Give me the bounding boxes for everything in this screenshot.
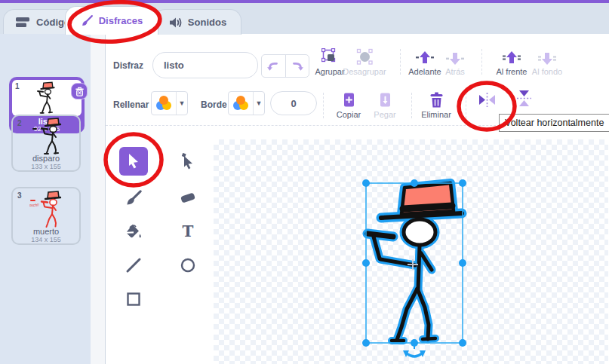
backward-arrow-icon bbox=[446, 50, 464, 66]
brush-icon bbox=[125, 189, 143, 206]
drawing-canvas[interactable] bbox=[214, 139, 608, 364]
costume-list-scrollbar[interactable] bbox=[91, 34, 106, 364]
ungroup-button[interactable]: Desagrupar bbox=[342, 47, 387, 76]
tab-sonidos[interactable]: Sonidos bbox=[154, 9, 241, 35]
line-icon bbox=[125, 257, 142, 274]
toolbar-divider bbox=[411, 93, 412, 118]
tab-disfraces[interactable]: Disfraces bbox=[65, 6, 158, 35]
outline-color-picker[interactable]: ▼ bbox=[228, 91, 265, 115]
costume-name: disparo bbox=[13, 154, 79, 163]
scratch-costume-editor: Código Disfraces Sonidos 1 bbox=[0, 0, 609, 364]
outline-label: Borde bbox=[201, 99, 227, 110]
color-circles-icon bbox=[155, 94, 173, 112]
eraser-icon bbox=[179, 190, 197, 205]
trash-x-icon bbox=[75, 87, 85, 96]
ungroup-label: Desagrupar bbox=[342, 67, 387, 76]
to-back-label: Al fondo bbox=[524, 67, 570, 76]
rectangle-icon bbox=[125, 291, 142, 307]
undo-icon bbox=[266, 60, 280, 72]
copy-icon bbox=[342, 92, 356, 109]
fill-label: Rellenar bbox=[113, 99, 149, 110]
paste-button[interactable]: Pegar bbox=[362, 90, 408, 119]
outline-color-swatch bbox=[229, 92, 254, 115]
rotation-handle[interactable] bbox=[403, 343, 426, 357]
undo-redo-group bbox=[261, 54, 309, 78]
toolbar-divider bbox=[481, 49, 482, 75]
delete-button[interactable]: Eliminar bbox=[414, 90, 459, 119]
circle-icon bbox=[180, 257, 196, 274]
backward-button[interactable]: Atrás bbox=[432, 47, 478, 76]
thumb-ouch-text: ouch!! bbox=[29, 203, 39, 207]
svg-text:T: T bbox=[183, 223, 194, 240]
flip-horizontal-button[interactable] bbox=[466, 90, 507, 109]
canvas-content bbox=[214, 139, 608, 364]
costume-item-disparo[interactable]: 2 disparo 133 bbox=[11, 115, 81, 172]
tooltip-text: Voltear horizontalmente bbox=[505, 118, 604, 128]
costume-name-label: Disfraz bbox=[113, 60, 143, 71]
text-icon: T bbox=[180, 223, 196, 240]
stickman-thumbnail-muerto: ouch!! bbox=[29, 191, 69, 228]
delete-label: Eliminar bbox=[414, 110, 459, 119]
fill-color-picker[interactable]: ▼ bbox=[151, 91, 188, 115]
costume-selector-panel: 1 bbox=[0, 34, 91, 364]
paste-icon bbox=[378, 92, 392, 109]
toolbar-divider bbox=[400, 49, 401, 75]
to-front-icon bbox=[503, 50, 521, 66]
dropdown-caret-icon: ▼ bbox=[177, 92, 187, 115]
costume-number: 1 bbox=[15, 82, 20, 90]
flip-vertical-button[interactable] bbox=[503, 90, 544, 109]
costume-number: 3 bbox=[17, 191, 22, 200]
costume-item-muerto[interactable]: 3 ouch!! muerto 134 x 155 bbox=[11, 187, 81, 245]
select-tool[interactable] bbox=[119, 147, 148, 176]
group-icon bbox=[321, 48, 339, 66]
paste-label: Pegar bbox=[362, 110, 408, 119]
stickman-thumbnail-listo bbox=[33, 81, 62, 115]
speaker-icon bbox=[169, 17, 183, 29]
redo-button[interactable] bbox=[285, 55, 309, 77]
paint-editor: Disfraz bbox=[106, 34, 609, 364]
code-blocks-icon bbox=[16, 17, 31, 29]
forward-arrow-icon bbox=[416, 50, 434, 66]
cursor-arrow-icon bbox=[126, 153, 141, 170]
dropdown-caret-icon: ▼ bbox=[254, 92, 264, 115]
brush-icon bbox=[81, 14, 94, 27]
reshape-tool[interactable] bbox=[174, 147, 202, 176]
undo-button[interactable] bbox=[262, 55, 285, 77]
ungroup-icon bbox=[356, 48, 374, 66]
costume-number: 2 bbox=[17, 119, 22, 127]
costume-name-input[interactable] bbox=[152, 52, 258, 78]
color-circles-icon bbox=[232, 94, 250, 112]
toolbar-divider bbox=[323, 93, 324, 118]
outline-width-input[interactable] bbox=[270, 91, 317, 115]
delete-costume-button[interactable] bbox=[71, 83, 88, 99]
fill-color-swatch bbox=[152, 92, 177, 115]
flip-horizontal-icon bbox=[477, 91, 497, 109]
text-tool[interactable]: T bbox=[174, 217, 202, 246]
backward-label: Atrás bbox=[432, 67, 478, 76]
tab-sonidos-label: Sonidos bbox=[188, 17, 226, 28]
costume-name: muerto bbox=[13, 227, 79, 236]
trash-icon bbox=[429, 92, 444, 109]
circle-tool[interactable] bbox=[174, 251, 202, 280]
reshape-icon bbox=[180, 153, 195, 170]
costume-size: 133 x 155 bbox=[13, 163, 79, 170]
eraser-tool[interactable] bbox=[174, 183, 202, 212]
tab-bar: Código Disfraces Sonidos bbox=[0, 3, 609, 34]
line-tool[interactable] bbox=[119, 251, 148, 280]
rectangle-tool[interactable] bbox=[119, 285, 148, 314]
tooltip: Voltear horizontalmente bbox=[499, 114, 609, 132]
fill-tool[interactable] bbox=[119, 217, 148, 246]
tab-disfraces-label: Disfraces bbox=[99, 15, 143, 26]
flip-vertical-icon bbox=[515, 88, 533, 109]
to-back-icon bbox=[538, 50, 556, 66]
to-back-button[interactable]: Al fondo bbox=[524, 47, 570, 76]
costume-size: 134 x 155 bbox=[13, 236, 79, 243]
stickman-thumbnail-disparo bbox=[32, 118, 69, 155]
brush-tool[interactable] bbox=[119, 183, 148, 212]
paint-bucket-icon bbox=[125, 223, 143, 240]
redo-icon bbox=[291, 60, 304, 72]
